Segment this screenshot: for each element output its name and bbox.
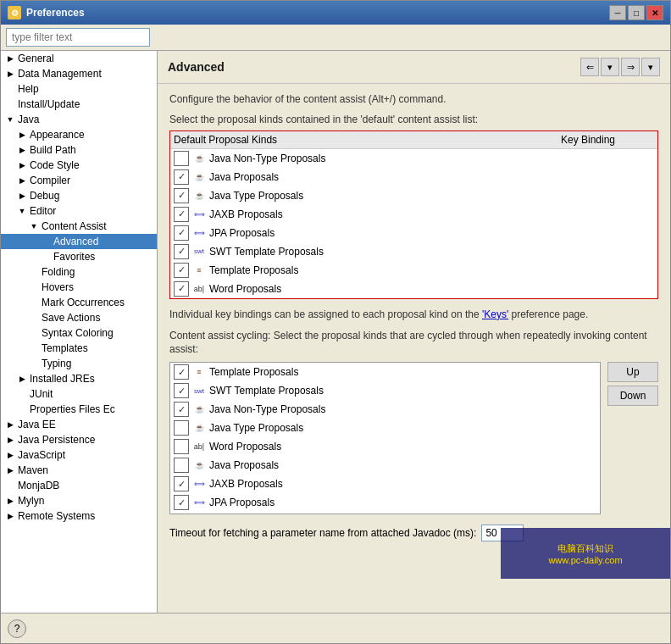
cycling-checkbox-5[interactable] — [174, 458, 189, 473]
sidebar-item-label: Install/Update — [16, 98, 80, 110]
help-button[interactable]: ? — [8, 619, 26, 638]
minimize-button[interactable]: ─ — [609, 5, 626, 20]
sidebar-item-label: Typing — [40, 358, 71, 369]
sidebar-item-compiler[interactable]: ▶ Compiler — [1, 173, 157, 188]
sidebar-item-remote-systems[interactable]: ▶ Remote Systems — [1, 508, 157, 524]
table-header-col2: Key Binding — [561, 134, 654, 146]
jaxb-icon: ⟺ — [192, 477, 206, 491]
cycling-row: ✓ ⟺ JAXB Proposals — [170, 475, 600, 493]
arrow-icon: ▶ — [4, 495, 16, 507]
cycling-label-0: Template Proposals — [209, 366, 596, 378]
sidebar-item-mark-occurrences[interactable]: Mark Occurrences — [1, 295, 157, 310]
sidebar-item-label: JavaScript — [16, 449, 65, 461]
nav-forward-dropdown-button[interactable]: ▾ — [641, 58, 660, 76]
sidebar-item-label: Templates — [40, 342, 88, 354]
cycling-checkbox-3[interactable] — [174, 420, 189, 436]
sidebar-item-label: Syntax Coloring — [40, 327, 114, 339]
sidebar-item-build-path[interactable]: ▶ Build Path — [1, 142, 157, 158]
arrow-icon: ▶ — [4, 464, 16, 476]
sidebar-item-typing[interactable]: Typing — [1, 356, 157, 371]
cycling-checkbox-6[interactable]: ✓ — [174, 476, 189, 491]
sidebar-item-general[interactable]: ▶ General — [1, 51, 157, 66]
cycling-label-2: Java Non-Type Proposals — [209, 403, 596, 415]
nav-dropdown-button[interactable]: ▾ — [601, 58, 619, 76]
sidebar-item-label: Advanced — [52, 236, 98, 247]
arrow-icon: ▼ — [4, 114, 16, 125]
sidebar-item-label: Maven — [16, 464, 48, 476]
sidebar-item-data-management[interactable]: ▶ Data Management — [1, 66, 157, 81]
template-icon: ≡ — [192, 264, 206, 277]
proposal-checkbox-7[interactable]: ✓ — [174, 281, 189, 297]
proposal-checkbox-6[interactable]: ✓ — [174, 263, 189, 278]
proposal-checkbox-2[interactable]: ✓ — [174, 188, 189, 203]
up-button[interactable]: Up — [607, 362, 658, 382]
sidebar-item-folding[interactable]: Folding — [1, 264, 157, 280]
cycling-row: ✓ ☕ Java Non-Type Proposals — [170, 400, 600, 419]
nav-forward-button[interactable]: ⇒ — [621, 58, 640, 76]
cycling-checkbox-4[interactable] — [174, 439, 189, 454]
sidebar-item-content-assist[interactable]: ▼ Content Assist — [1, 219, 157, 234]
sidebar-item-editor[interactable]: ▼ Editor — [1, 203, 157, 219]
down-button[interactable]: Down — [607, 386, 658, 406]
watermark: 电脑百科知识 www.pc-daily.com — [501, 528, 670, 579]
cycling-label-3: Java Type Proposals — [209, 422, 596, 434]
sidebar-item-label: Installed JREs — [28, 373, 95, 385]
arrow-icon: ▶ — [4, 434, 16, 446]
sidebar-item-java[interactable]: ▼ Java — [1, 112, 157, 127]
nav-back-button[interactable]: ⇐ — [580, 58, 599, 76]
sidebar-item-save-actions[interactable]: Save Actions — [1, 310, 157, 325]
window-title: Preferences — [26, 7, 85, 19]
right-panel: Advanced ⇐ ▾ ⇒ ▾ Configure the behavior … — [158, 51, 670, 613]
cycling-row: ✓ ⟺ JPA Proposals — [170, 493, 600, 512]
sidebar-item-label: Content Assist — [40, 220, 107, 232]
proposal-checkbox-4[interactable]: ✓ — [174, 225, 189, 241]
sidebar-item-code-style[interactable]: ▶ Code Style — [1, 158, 157, 173]
sidebar-item-junit[interactable]: JUnit — [1, 386, 157, 402]
jaxb-icon: ⟺ — [192, 208, 206, 221]
sidebar-item-installed-jres[interactable]: ▶ Installed JREs — [1, 371, 157, 386]
sidebar-item-label: Java Persistence — [16, 434, 95, 446]
sidebar-item-hovers[interactable]: Hovers — [1, 280, 157, 295]
sidebar-item-mongodb[interactable]: MonjaDB — [1, 478, 157, 493]
proposal-checkbox-5[interactable]: ✓ — [174, 244, 189, 259]
arrow-icon — [40, 251, 52, 263]
maximize-button[interactable]: □ — [628, 5, 645, 20]
sidebar-item-favorites[interactable]: Favorites — [1, 249, 157, 264]
arrow-icon: ▶ — [4, 68, 16, 80]
sidebar-item-properties-files[interactable]: Properties Files Ec — [1, 402, 157, 417]
watermark-line1: 电脑百科知识 — [557, 542, 613, 555]
sidebar-item-appearance[interactable]: ▶ Appearance — [1, 127, 157, 142]
sidebar-item-advanced[interactable]: Advanced — [1, 234, 157, 249]
keys-link[interactable]: 'Keys' — [482, 308, 508, 320]
nav-buttons: ⇐ ▾ ⇒ ▾ — [580, 58, 660, 76]
proposal-label-3: JAXB Proposals — [209, 208, 561, 220]
sidebar-item-java-persistence[interactable]: ▶ Java Persistence — [1, 432, 157, 447]
cycling-checkbox-7[interactable]: ✓ — [174, 495, 189, 510]
table-row: ✓ ab| Word Proposals — [170, 280, 657, 298]
proposal-checkbox-1[interactable]: ✓ — [174, 169, 189, 185]
proposal-checkbox-0[interactable] — [174, 151, 189, 166]
sidebar-item-maven[interactable]: ▶ Maven — [1, 463, 157, 478]
sidebar-item-label: Mylyn — [16, 495, 44, 507]
cycling-checkbox-0[interactable]: ✓ — [174, 364, 189, 380]
proposal-checkbox-3[interactable]: ✓ — [174, 207, 189, 222]
sidebar-item-label: Favorites — [52, 251, 95, 263]
arrow-icon: ▶ — [16, 190, 28, 202]
close-button[interactable]: ✕ — [646, 5, 663, 20]
sidebar-item-syntax-coloring[interactable]: Syntax Coloring — [1, 325, 157, 341]
sidebar-item-mylyn[interactable]: ▶ Mylyn — [1, 493, 157, 508]
sidebar-item-help[interactable]: Help — [1, 81, 157, 97]
sidebar-item-javascript[interactable]: ▶ JavaScript — [1, 447, 157, 463]
java-icon: ☕ — [192, 458, 206, 472]
sidebar-item-debug[interactable]: ▶ Debug — [1, 188, 157, 203]
filter-input[interactable] — [6, 28, 150, 47]
cycling-checkbox-2[interactable]: ✓ — [174, 402, 189, 417]
sidebar-item-label: Folding — [40, 266, 75, 278]
arrow-icon — [28, 342, 40, 354]
sidebar-item-install-update[interactable]: Install/Update — [1, 97, 157, 112]
sidebar-item-java-ee[interactable]: ▶ Java EE — [1, 417, 157, 432]
sidebar-item-templates[interactable]: Templates — [1, 341, 157, 356]
sidebar-item-label: JUnit — [28, 388, 53, 400]
cycling-checkbox-1[interactable]: ✓ — [174, 383, 189, 398]
sidebar-item-label: MonjaDB — [16, 480, 59, 491]
